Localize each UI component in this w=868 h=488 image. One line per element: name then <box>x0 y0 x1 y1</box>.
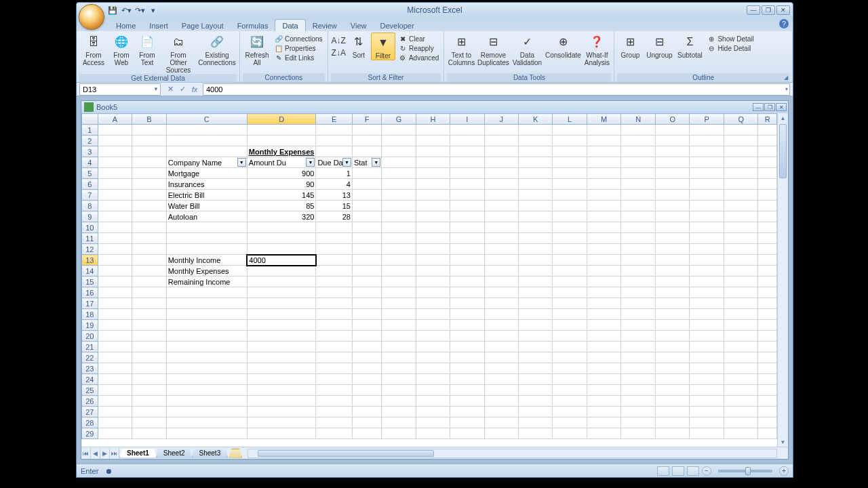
cell[interactable] <box>450 179 484 190</box>
cell[interactable] <box>132 244 166 255</box>
cell[interactable] <box>416 222 450 233</box>
cell[interactable] <box>166 136 247 146</box>
close-button[interactable]: ✕ <box>776 5 790 15</box>
cell[interactable] <box>352 309 381 320</box>
cell[interactable] <box>724 418 758 428</box>
horizontal-scrollbar[interactable] <box>248 449 777 458</box>
cell[interactable] <box>416 277 450 287</box>
cell[interactable] <box>690 146 724 157</box>
cell[interactable] <box>166 428 247 439</box>
cell[interactable] <box>316 385 353 396</box>
cell[interactable] <box>352 363 381 374</box>
cell[interactable] <box>655 190 690 201</box>
cell[interactable] <box>450 331 484 342</box>
cell[interactable] <box>450 298 484 309</box>
cell[interactable] <box>690 407 724 418</box>
cell[interactable] <box>758 298 777 309</box>
cell[interactable] <box>587 298 621 309</box>
remove-duplicates-button[interactable]: ⊟Remove Duplicates <box>477 33 509 66</box>
row-header[interactable]: 26 <box>82 396 98 407</box>
cell[interactable] <box>724 233 758 244</box>
consolidate-button[interactable]: ⊕Consolidate <box>545 33 581 59</box>
cell[interactable] <box>450 244 484 255</box>
scroll-thumb[interactable] <box>779 124 787 178</box>
cell[interactable] <box>724 407 758 418</box>
cell[interactable] <box>166 125 247 136</box>
cell[interactable] <box>132 407 166 418</box>
cell[interactable] <box>416 342 450 352</box>
cell[interactable] <box>98 244 132 255</box>
cell[interactable] <box>247 136 316 146</box>
cell[interactable] <box>316 418 353 428</box>
cell[interactable] <box>758 136 777 146</box>
cell[interactable] <box>621 179 656 190</box>
filter-dropdown-icon[interactable]: ▼ <box>237 158 246 167</box>
row-header[interactable]: 6 <box>82 179 98 190</box>
view-pagebreak-button[interactable] <box>687 466 699 476</box>
cell[interactable] <box>655 255 690 266</box>
cell[interactable] <box>450 125 484 136</box>
cell[interactable] <box>484 396 518 407</box>
cell[interactable] <box>553 385 587 396</box>
cell[interactable] <box>382 287 416 298</box>
cell[interactable] <box>518 352 552 363</box>
cell[interactable] <box>724 168 758 179</box>
cell[interactable] <box>484 320 518 331</box>
column-header[interactable]: G <box>382 114 416 125</box>
text-to-columns-button[interactable]: ⊞Text to Columns <box>447 33 475 66</box>
cell[interactable] <box>553 157 587 168</box>
cell[interactable] <box>484 190 518 201</box>
cell[interactable] <box>587 385 621 396</box>
cell[interactable] <box>98 157 132 168</box>
cell[interactable] <box>553 320 587 331</box>
cell[interactable] <box>316 233 353 244</box>
cell[interactable] <box>621 211 656 222</box>
cell[interactable] <box>450 396 484 407</box>
cell[interactable] <box>484 418 518 428</box>
cell[interactable] <box>758 233 777 244</box>
cell[interactable] <box>587 418 621 428</box>
cell[interactable] <box>758 352 777 363</box>
cell[interactable] <box>518 255 552 266</box>
cell[interactable] <box>132 136 166 146</box>
cell[interactable] <box>382 201 416 211</box>
cell[interactable] <box>553 407 587 418</box>
cell[interactable] <box>724 374 758 385</box>
hscroll-thumb[interactable] <box>258 450 434 457</box>
cell[interactable] <box>518 309 552 320</box>
cell[interactable] <box>724 428 758 439</box>
office-button[interactable] <box>79 4 104 30</box>
cell[interactable] <box>655 222 690 233</box>
cell[interactable] <box>484 136 518 146</box>
cell[interactable] <box>316 374 353 385</box>
row-header[interactable]: 18 <box>82 309 98 320</box>
cell[interactable] <box>316 125 353 136</box>
cell[interactable] <box>758 428 777 439</box>
cell[interactable] <box>621 266 656 277</box>
cell[interactable] <box>587 374 621 385</box>
select-all-cell[interactable] <box>82 114 98 125</box>
cell[interactable] <box>132 309 166 320</box>
cell[interactable] <box>518 201 552 211</box>
column-header[interactable]: E <box>316 114 353 125</box>
cell[interactable] <box>166 363 247 374</box>
cell[interactable] <box>352 407 381 418</box>
cell[interactable] <box>758 363 777 374</box>
wb-minimize-button[interactable]: — <box>753 103 764 111</box>
column-header[interactable]: J <box>484 114 518 125</box>
cell[interactable] <box>247 396 316 407</box>
cell[interactable] <box>132 222 166 233</box>
cell[interactable] <box>690 190 724 201</box>
cell[interactable] <box>98 320 132 331</box>
cell[interactable] <box>316 407 353 418</box>
zoom-slider[interactable] <box>718 470 772 472</box>
cell[interactable] <box>484 374 518 385</box>
cell[interactable] <box>416 190 450 201</box>
cell[interactable] <box>553 352 587 363</box>
cell[interactable] <box>166 331 247 342</box>
cell[interactable] <box>621 331 656 342</box>
row-header[interactable]: 2 <box>82 136 98 146</box>
cell[interactable] <box>553 255 587 266</box>
tab-developer[interactable]: Developer <box>373 20 420 31</box>
cell[interactable] <box>587 309 621 320</box>
